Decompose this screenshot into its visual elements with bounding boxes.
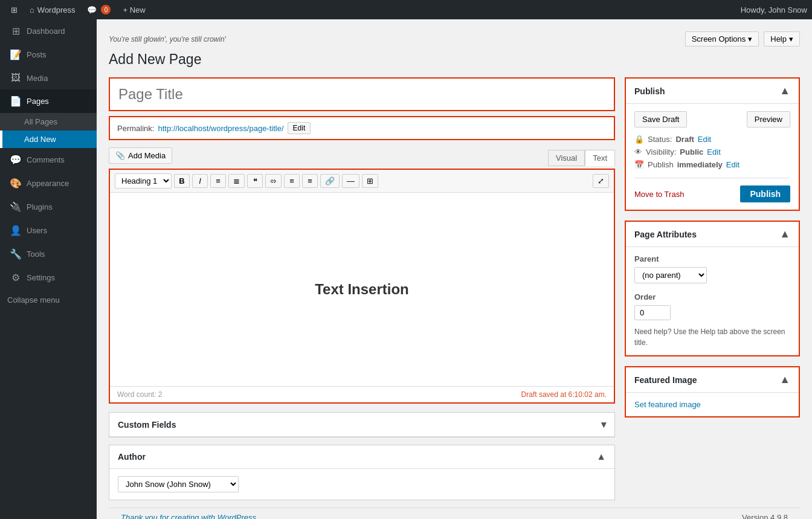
- align-left-button[interactable]: ⬄: [265, 174, 282, 188]
- author-body: John Snow (John Snow): [109, 469, 614, 500]
- publish-time-edit-link[interactable]: Edit: [726, 160, 740, 169]
- fullscreen-button[interactable]: ⤢: [593, 174, 609, 188]
- author-toggle[interactable]: ▲: [596, 451, 606, 462]
- status-edit-link[interactable]: Edit: [698, 135, 711, 144]
- sidebar-item-plugins[interactable]: 🔌 Plugins: [0, 195, 97, 219]
- publish-panel: Publish ▲ Save Draft Preview 🔒 Status: D…: [625, 77, 800, 211]
- settings-icon: ⚙: [10, 272, 22, 283]
- parent-label: Parent: [634, 254, 790, 263]
- home-icon: ⌂: [30, 5, 34, 15]
- permalink-bar: Permalink: http://localhost/wordpress/pa…: [109, 116, 615, 140]
- publish-panel-toggle[interactable]: ▲: [779, 85, 790, 97]
- ordered-list-button[interactable]: ≣: [228, 174, 245, 188]
- attr-help-text: Need help? Use the Help tab above the sc…: [634, 326, 790, 348]
- collapse-menu[interactable]: Collapse menu: [0, 289, 97, 311]
- page-attributes-body: Parent (no parent) Order Need help? Use …: [626, 247, 799, 355]
- chevron-down-icon: ▾: [748, 34, 752, 44]
- link-button[interactable]: 🔗: [320, 174, 340, 188]
- adminbar-howdy: Howdy, John Snow: [741, 5, 807, 15]
- sidebar: ⊞ Dashboard 📝 Posts 🖼 Media 📄 Pages All …: [0, 19, 97, 519]
- custom-fields-toggle[interactable]: ▾: [601, 419, 606, 430]
- heading-select[interactable]: Heading 1: [115, 173, 172, 189]
- page-attributes-panel: Page Attributes ▲ Parent (no parent) Ord…: [625, 221, 800, 356]
- sidebar-item-users[interactable]: 👤 Users: [0, 219, 97, 242]
- publish-visibility-row: 👁 Visibility: Public Edit: [634, 147, 790, 156]
- screen-options-button[interactable]: Screen Options ▾: [685, 31, 759, 47]
- publish-panel-header: Publish ▲: [626, 79, 799, 104]
- bold-button[interactable]: B: [174, 174, 190, 188]
- sidebar-item-settings[interactable]: ⚙ Settings: [0, 266, 97, 289]
- sidebar-item-add-new[interactable]: Add New: [0, 131, 97, 148]
- sidebar-item-pages[interactable]: 📄 Pages: [0, 89, 97, 113]
- featured-image-header: Featured Image ▲: [626, 367, 799, 393]
- publish-button[interactable]: Publish: [740, 185, 790, 202]
- publish-status-row: 🔒 Status: Draft Edit: [634, 135, 790, 144]
- permalink-url[interactable]: http://localhost/wordpress/page-title/: [158, 124, 283, 133]
- custom-fields-header[interactable]: Custom Fields ▾: [109, 413, 614, 437]
- set-featured-image-link[interactable]: Set featured image: [634, 400, 701, 409]
- featured-image-body: Set featured image: [626, 393, 799, 416]
- blockquote-button[interactable]: ❝: [247, 174, 263, 188]
- parent-select[interactable]: (no parent): [634, 267, 707, 283]
- adminbar-wp-logo[interactable]: ⊞: [5, 0, 24, 19]
- page-attributes-toggle[interactable]: ▲: [779, 228, 790, 240]
- adminbar-comments[interactable]: 💬 0: [81, 0, 117, 19]
- sidebar-item-tools[interactable]: 🔧 Tools: [0, 242, 97, 266]
- permalink-label: Permalink:: [117, 124, 154, 133]
- author-select[interactable]: John Snow (John Snow): [118, 476, 239, 492]
- sidebar-panels: Publish ▲ Save Draft Preview 🔒 Status: D…: [625, 77, 800, 427]
- tab-text[interactable]: Text: [585, 150, 615, 166]
- dashboard-icon: ⊞: [10, 25, 22, 37]
- main-content: You're still glowin', you're still crowi…: [97, 19, 812, 519]
- editor-body[interactable]: Text Insertion: [110, 193, 614, 386]
- tools-icon: 🔧: [10, 248, 22, 260]
- add-media-button[interactable]: 📎 Add Media: [109, 147, 172, 164]
- page-title-input[interactable]: [110, 79, 614, 110]
- tab-visual[interactable]: Visual: [548, 150, 585, 166]
- visibility-icon: 👁: [634, 147, 642, 156]
- sidebar-item-dashboard[interactable]: ⊞ Dashboard: [0, 19, 97, 43]
- editor-footer: Word count: 2 Draft saved at 6:10:02 am.: [110, 386, 614, 402]
- move-to-trash-link[interactable]: Move to Trash: [634, 190, 684, 199]
- admin-bar: ⊞ ⌂ Wordpress 💬 0 + New Howdy, John Snow: [0, 0, 812, 19]
- sidebar-item-media[interactable]: 🖼 Media: [0, 66, 97, 89]
- sidebar-item-all-pages[interactable]: All Pages: [0, 113, 97, 131]
- adminbar-site-name[interactable]: ⌂ Wordpress: [24, 0, 81, 19]
- order-label: Order: [634, 292, 790, 301]
- italic-button[interactable]: I: [192, 174, 208, 188]
- comments-menu-icon: 💬: [10, 154, 22, 166]
- plugins-icon: 🔌: [10, 201, 22, 213]
- editor-toolbar: Heading 1 B I ≡ ≣ ❝ ⬄ ≡ ≡ 🔗 — ⊞ ⤢: [110, 170, 614, 193]
- sidebar-item-comments[interactable]: 💬 Comments: [0, 148, 97, 172]
- save-draft-button[interactable]: Save Draft: [634, 111, 687, 127]
- sidebar-item-appearance[interactable]: 🎨 Appearance: [0, 172, 97, 195]
- users-icon: 👤: [10, 225, 22, 236]
- featured-image-toggle[interactable]: ▲: [779, 373, 790, 386]
- sidebar-item-posts[interactable]: 📝 Posts: [0, 43, 97, 66]
- content-layout: Permalink: http://localhost/wordpress/pa…: [109, 77, 800, 508]
- visibility-edit-link[interactable]: Edit: [707, 147, 720, 156]
- appearance-icon: 🎨: [10, 178, 22, 189]
- author-header[interactable]: Author ▲: [109, 445, 614, 469]
- align-center-button[interactable]: ≡: [284, 174, 300, 188]
- permalink-edit-button[interactable]: Edit: [288, 122, 311, 134]
- preview-button[interactable]: Preview: [747, 111, 790, 127]
- chevron-down-icon: ▾: [789, 34, 793, 44]
- media-icon: 🖼: [10, 73, 22, 83]
- posts-icon: 📝: [10, 49, 22, 60]
- footer-version: Version 4.9.8: [742, 513, 788, 519]
- more-button[interactable]: —: [342, 174, 359, 188]
- comments-icon: 💬: [87, 5, 97, 15]
- adminbar-new[interactable]: + New: [117, 0, 151, 19]
- unordered-list-button[interactable]: ≡: [210, 174, 226, 188]
- add-media-bar: 📎 Add Media: [109, 147, 172, 164]
- publish-row-btns: Save Draft Preview: [634, 111, 790, 127]
- editor-tabs: Visual Text: [548, 150, 615, 166]
- table-button[interactable]: ⊞: [362, 174, 378, 188]
- order-input[interactable]: [634, 305, 671, 320]
- editor-wrap: Heading 1 B I ≡ ≣ ❝ ⬄ ≡ ≡ 🔗 — ⊞ ⤢: [109, 169, 615, 404]
- content-top-bar: You're still glowin', you're still crowi…: [109, 31, 800, 47]
- help-button[interactable]: Help ▾: [764, 31, 800, 47]
- align-right-button[interactable]: ≡: [302, 174, 318, 188]
- editor-content: Text Insertion: [315, 281, 409, 298]
